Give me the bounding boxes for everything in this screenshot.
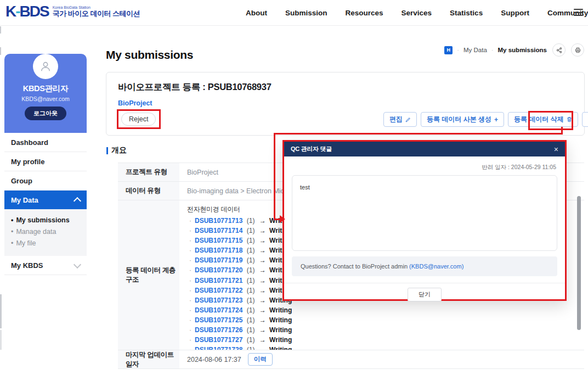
bullet: ·: [189, 227, 191, 234]
close-icon[interactable]: ×: [554, 146, 558, 153]
nav-support[interactable]: Support: [501, 9, 529, 17]
logo-bds: BDS: [20, 3, 49, 20]
sidebar-item-label: Group: [11, 177, 32, 185]
bullet: •: [11, 216, 13, 224]
dsub-link[interactable]: DSUB10771721: [195, 277, 242, 284]
dsub-link[interactable]: DSUB10771722: [195, 287, 242, 294]
dsub-link[interactable]: DSUB10771728: [195, 346, 242, 350]
person-icon: [39, 60, 52, 72]
avatar: [33, 54, 58, 79]
sidebar-item-my-file[interactable]: •My file: [11, 238, 87, 249]
arrow-right-icon: →: [259, 297, 266, 304]
kbds-logo-text: K-BDS: [5, 4, 49, 19]
sidebar-item-my-data[interactable]: My Data: [4, 191, 87, 209]
breadcrumb-separator: ·: [491, 47, 494, 53]
comment-box: test: [292, 175, 557, 251]
button-label: 편집: [389, 115, 403, 124]
dsub-link[interactable]: DSUB10771719: [195, 256, 242, 264]
dsub-link[interactable]: DSUB10771715: [195, 237, 242, 244]
sidebar-item-dashboard[interactable]: Dashboard: [4, 133, 87, 152]
sidebar-item-my-submissions[interactable]: •My submissions: [11, 215, 87, 226]
dsub-link[interactable]: DSUB10771714: [195, 227, 242, 234]
sidebar-item-group[interactable]: Group: [4, 171, 87, 191]
edge-fragment: [0, 330, 2, 350]
dsub-count: (1): [247, 247, 255, 254]
nav-services[interactable]: Services: [402, 9, 432, 17]
bullet: ·: [189, 287, 191, 294]
hamburger-menu-icon[interactable]: [574, 9, 583, 16]
arrow-right-icon: →: [259, 326, 266, 334]
table-row: 마지막 업데이트 일자 2024-08-06 17:37 이력: [118, 350, 584, 369]
nav-about[interactable]: About: [246, 9, 267, 17]
sidebar-item-manage-data[interactable]: •Manage data: [11, 226, 87, 238]
hierarchy-item: ·DSUB10771725 (1) → Writing: [187, 315, 584, 325]
bullet: ·: [189, 256, 191, 264]
dsub-link[interactable]: DSUB10771724: [195, 306, 242, 314]
home-icon[interactable]: H: [444, 46, 453, 54]
print-button[interactable]: [571, 43, 584, 57]
dsub-count: (1): [247, 287, 255, 294]
bullet: ·: [189, 326, 191, 334]
edit-button[interactable]: 편집: [383, 112, 417, 127]
arrow-right-icon: →: [259, 237, 266, 244]
reject-reason-button[interactable]: 반려 사유: [582, 112, 588, 127]
edge-fragment: [0, 47, 1, 55]
logout-button[interactable]: 로그아웃: [25, 107, 66, 120]
contact-email-link[interactable]: (KBDS@naver.com): [409, 263, 463, 270]
share-button[interactable]: [552, 43, 566, 57]
dsub-link[interactable]: DSUB10771727: [195, 336, 242, 344]
arrow-right-icon: →: [259, 346, 266, 350]
section-accent-bar: [106, 147, 108, 154]
chevron-up-icon: [74, 197, 81, 205]
dsub-count: (1): [247, 306, 255, 314]
dsub-count: (1): [247, 336, 255, 344]
sidebar: KBDS관리자 KBDS@naver.com 로그아웃 Dashboard My…: [4, 46, 87, 275]
dsub-link[interactable]: DSUB10771713: [195, 217, 242, 225]
bioproject-link[interactable]: BioProject: [118, 99, 152, 107]
top-header: K-BDS Korea BioData Station 국가 바이오 데이터 스…: [0, 0, 588, 26]
sidebar-item-label: My profile: [11, 158, 44, 166]
dsub-count: (1): [247, 227, 255, 234]
arrow-right-icon: →: [259, 336, 266, 344]
dsub-count: (1): [247, 326, 255, 334]
edge-fragment: [0, 294, 2, 328]
dsub-status: Writing: [269, 326, 292, 334]
bullet: ·: [189, 336, 191, 344]
bullet: ·: [189, 306, 191, 314]
row-label: 등록 데이터 계층 구조: [118, 200, 179, 350]
nav-submission[interactable]: Submission: [285, 9, 327, 17]
modal-close-button[interactable]: 닫기: [408, 288, 442, 301]
profile-email: KBDS@naver.com: [4, 96, 87, 102]
dsub-link[interactable]: DSUB10771718: [195, 247, 242, 254]
sidebar-item-my-kbds[interactable]: My KBDS: [4, 256, 87, 275]
hierarchy-item: ·DSUB10771728 (1) → Writing: [187, 345, 584, 350]
breadcrumb: H · My Data · My submissions: [444, 43, 584, 57]
arrow-right-icon: →: [259, 277, 266, 284]
nav-resources[interactable]: Resources: [346, 9, 383, 17]
dsub-count: (1): [247, 316, 255, 324]
dsub-link[interactable]: DSUB10771723: [195, 297, 242, 304]
nav-statistics[interactable]: Statistics: [450, 9, 483, 17]
dsub-link[interactable]: DSUB10771726: [195, 326, 242, 334]
dsub-link[interactable]: DSUB10771720: [195, 266, 242, 274]
dsub-link[interactable]: DSUB10771725: [195, 316, 242, 324]
share-icon: [556, 47, 562, 53]
print-icon: [575, 47, 581, 53]
delete-data-button[interactable]: 등록 데이터 삭제: [508, 112, 578, 127]
breadcrumb-current: My submissions: [498, 47, 547, 53]
sidebar-item-my-profile[interactable]: My profile: [4, 152, 87, 171]
create-copy-button[interactable]: 등록 데이터 사본 생성 +: [421, 112, 504, 127]
breadcrumb-my-data[interactable]: My Data: [463, 47, 487, 53]
dsub-status: Writing: [269, 306, 292, 314]
trash-icon: [567, 116, 572, 122]
kbds-logo[interactable]: K-BDS Korea BioData Station 국가 바이오 데이터 스…: [5, 4, 140, 19]
card-action-buttons: 편집 등록 데이터 사본 생성 + 등록 데이터 삭제 반려 사유: [383, 112, 588, 127]
breadcrumb-separator: ·: [457, 47, 459, 53]
history-button[interactable]: 이력: [248, 353, 273, 366]
modal-footer: 닫기: [284, 283, 565, 301]
edge-fragment: [0, 26, 1, 33]
reject-date: 반려 일자 : 2024-05-29 11:05: [293, 164, 556, 171]
modal-title: QC 관리자 댓글: [291, 145, 332, 153]
sidebar-item-label: My file: [16, 239, 36, 247]
scrollbar-thumb[interactable]: [577, 196, 581, 330]
